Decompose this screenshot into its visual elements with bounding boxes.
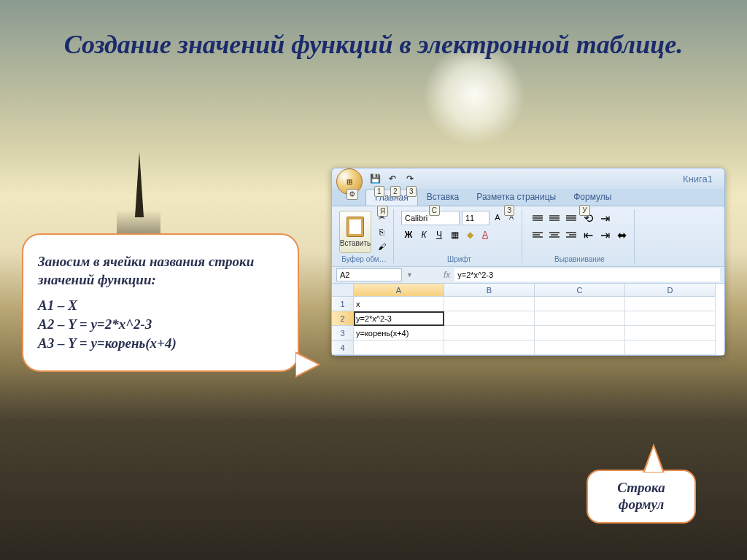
tab-formulas[interactable]: Формулы У <box>565 189 620 206</box>
column-header[interactable]: C <box>535 284 625 297</box>
cell[interactable] <box>354 341 444 355</box>
row-header[interactable]: 1 <box>332 297 354 311</box>
font-color-icon[interactable]: A <box>478 228 492 242</box>
decrease-indent-icon[interactable]: ⇤ <box>580 228 596 242</box>
key-hint: З <box>504 205 514 216</box>
table-row: 1 x <box>332 297 724 311</box>
column-header[interactable]: B <box>444 284 535 297</box>
tab-insert[interactable]: Вставка С <box>418 189 468 206</box>
tab-label: Разметка страницы <box>476 192 556 202</box>
slide-title: Создание значений функций в электронной … <box>0 29 747 60</box>
copy-icon[interactable]: ⎘ <box>374 225 389 238</box>
dropdown-icon[interactable]: ▼ <box>406 271 413 279</box>
quick-access-toolbar: 💾 ↶ ↷ <box>368 172 417 185</box>
align-top-icon[interactable] <box>530 211 546 225</box>
key-hint: 3 <box>406 186 417 197</box>
titlebar: ⊞ Ф 💾 ↶ ↷ 1 2 3 Книга1 <box>332 168 724 189</box>
tab-page-layout[interactable]: Разметка страницы З <box>468 189 565 206</box>
callout-line: А2 – Y = y=2*x^2-3 <box>38 315 283 334</box>
clipboard-group: Вставить ✂ ⎘ 🖌 Буфер обм… <box>335 209 394 263</box>
align-left-icon[interactable] <box>530 228 546 242</box>
select-all-corner[interactable] <box>332 284 354 297</box>
border-icon[interactable]: ▦ <box>447 228 462 242</box>
callout-heading: Заносим в ячейки названия строки значени… <box>38 253 283 289</box>
fx-icon[interactable]: fx <box>444 270 450 280</box>
bottom-callout: Строка формул <box>587 470 696 524</box>
callout-line: А3 – Y = y=корень(x+4) <box>38 334 283 353</box>
ribbon: Вставить ✂ ⎘ 🖌 Буфер обм… Calibri 11 A A… <box>332 206 724 266</box>
align-right-icon[interactable] <box>563 228 579 242</box>
office-logo-icon: ⊞ <box>347 178 352 186</box>
cell[interactable]: y=корень(x+4) <box>354 326 444 341</box>
cell[interactable] <box>535 341 625 355</box>
row-header[interactable]: 4 <box>332 341 354 355</box>
paste-button[interactable]: Вставить <box>339 211 371 253</box>
cell[interactable]: x <box>354 297 444 311</box>
worksheet: A B C D 1 x 2 y=2*x^2-3 3 y=корень(x+4) <box>332 284 724 355</box>
group-label-font: Шрифт <box>397 255 522 263</box>
callout-arrow-icon <box>643 443 665 472</box>
align-bottom-icon[interactable] <box>563 211 579 225</box>
key-hint: 1 <box>374 186 384 197</box>
cell[interactable] <box>535 311 625 326</box>
tab-label: Формулы <box>573 192 611 202</box>
key-hint: С <box>429 205 440 216</box>
table-row: 3 y=корень(x+4) <box>332 326 724 341</box>
name-box[interactable]: A2 <box>336 268 402 281</box>
redo-icon[interactable]: ↷ <box>403 172 417 185</box>
undo-icon[interactable]: ↶ <box>386 172 399 185</box>
left-callout: Заносим в ячейки названия строки значени… <box>22 233 299 372</box>
key-hint: 2 <box>390 186 400 197</box>
underline-button[interactable]: Ч <box>432 228 446 242</box>
table-row: 4 <box>332 341 724 355</box>
italic-button[interactable]: К <box>417 228 431 242</box>
merge-icon[interactable]: ⬌ <box>614 228 630 242</box>
wrap-text-icon[interactable]: ⇥ <box>597 211 613 225</box>
cell[interactable] <box>535 297 625 311</box>
align-center-icon[interactable] <box>546 228 562 242</box>
cell[interactable] <box>625 326 716 341</box>
document-title: Книга1 <box>683 174 713 184</box>
cell[interactable] <box>444 341 535 355</box>
clipboard-icon <box>347 217 364 237</box>
table-row: 2 y=2*x^2-3 <box>332 311 724 326</box>
column-header[interactable]: A <box>354 284 444 297</box>
cell-selected[interactable]: y=2*x^2-3 <box>354 311 444 326</box>
key-hint: Я <box>377 206 388 217</box>
alignment-group: ⟲ ⇥ ⇤ ⇥ ⬌ Выравнивание <box>525 209 635 263</box>
key-hint: У <box>579 205 589 216</box>
increase-font-icon[interactable]: A <box>492 211 503 224</box>
font-group: Calibri 11 A A Ж К Ч ▦ ◆ A Шрифт <box>397 209 522 263</box>
row-header[interactable]: 3 <box>332 326 354 341</box>
cell[interactable] <box>625 341 716 355</box>
cell[interactable] <box>535 326 625 341</box>
format-painter-icon[interactable]: 🖌 <box>374 240 389 253</box>
key-hint: Ф <box>347 189 358 200</box>
fill-color-icon[interactable]: ◆ <box>462 228 477 242</box>
group-label-clipboard: Буфер обм… <box>335 255 393 263</box>
save-icon[interactable]: 💾 <box>368 172 382 185</box>
callout-text: Строка формул <box>595 480 687 513</box>
callout-line: А1 – Х <box>38 296 283 315</box>
cell[interactable] <box>625 297 716 311</box>
callout-arrow-icon <box>295 351 321 378</box>
column-header[interactable]: D <box>625 284 716 297</box>
cell[interactable] <box>444 297 535 311</box>
formula-bar: A2 ▼ fx y=2*x^2-3 <box>332 266 724 284</box>
row-header[interactable]: 2 <box>332 311 354 326</box>
formula-input[interactable]: y=2*x^2-3 <box>454 268 720 281</box>
group-label-alignment: Выравнивание <box>525 255 634 263</box>
excel-window: ⊞ Ф 💾 ↶ ↷ 1 2 3 Книга1 Главная Я Вставка… <box>331 168 725 356</box>
cell[interactable] <box>444 326 535 341</box>
cell[interactable] <box>444 311 535 326</box>
bold-button[interactable]: Ж <box>401 228 416 242</box>
tab-label: Вставка <box>427 192 460 202</box>
paste-label: Вставить <box>340 239 371 247</box>
increase-indent-icon[interactable]: ⇥ <box>597 228 613 242</box>
font-size-select[interactable]: 11 <box>462 211 489 225</box>
cell[interactable] <box>625 311 716 326</box>
align-middle-icon[interactable] <box>546 211 562 225</box>
